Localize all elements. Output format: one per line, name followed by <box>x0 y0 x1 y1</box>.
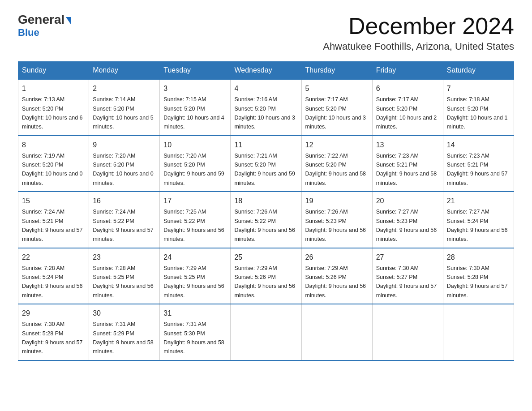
calendar-cell: 25Sunrise: 7:29 AMSunset: 5:26 PMDayligh… <box>231 248 301 304</box>
day-number: 30 <box>93 308 156 319</box>
calendar-cell: 10Sunrise: 7:20 AMSunset: 5:20 PMDayligh… <box>160 136 231 192</box>
day-number: 3 <box>163 83 227 94</box>
calendar-week-row: 22Sunrise: 7:28 AMSunset: 5:24 PMDayligh… <box>18 248 514 304</box>
day-info: Sunrise: 7:29 AMSunset: 5:25 PMDaylight:… <box>163 265 224 299</box>
calendar-week-row: 29Sunrise: 7:30 AMSunset: 5:28 PMDayligh… <box>18 304 514 360</box>
calendar-cell: 30Sunrise: 7:31 AMSunset: 5:29 PMDayligh… <box>89 304 160 360</box>
weekday-header-saturday: Saturday <box>443 62 514 80</box>
title-area: December 2024 Ahwatukee Foothills, Arizo… <box>323 13 514 52</box>
day-number: 23 <box>93 252 156 263</box>
day-info: Sunrise: 7:29 AMSunset: 5:26 PMDaylight:… <box>234 265 295 299</box>
calendar-cell: 12Sunrise: 7:22 AMSunset: 5:20 PMDayligh… <box>301 136 372 192</box>
calendar-cell: 2Sunrise: 7:14 AMSunset: 5:20 PMDaylight… <box>89 79 160 136</box>
weekday-header-wednesday: Wednesday <box>231 62 301 80</box>
calendar-cell: 21Sunrise: 7:27 AMSunset: 5:24 PMDayligh… <box>443 192 514 248</box>
day-info: Sunrise: 7:27 AMSunset: 5:24 PMDaylight:… <box>447 209 508 242</box>
day-info: Sunrise: 7:30 AMSunset: 5:27 PMDaylight:… <box>376 265 437 299</box>
day-info: Sunrise: 7:27 AMSunset: 5:23 PMDaylight:… <box>376 209 437 242</box>
weekday-header-tuesday: Tuesday <box>160 62 231 80</box>
calendar-cell <box>231 304 301 360</box>
day-number: 29 <box>22 308 85 319</box>
day-info: Sunrise: 7:23 AMSunset: 5:21 PMDaylight:… <box>447 153 508 186</box>
day-number: 22 <box>22 252 85 263</box>
day-info: Sunrise: 7:19 AMSunset: 5:20 PMDaylight:… <box>22 153 83 186</box>
calendar-cell: 20Sunrise: 7:27 AMSunset: 5:23 PMDayligh… <box>372 192 443 248</box>
location-title: Ahwatukee Foothills, Arizona, United Sta… <box>323 41 514 52</box>
calendar-cell: 18Sunrise: 7:26 AMSunset: 5:22 PMDayligh… <box>231 192 301 248</box>
day-info: Sunrise: 7:31 AMSunset: 5:30 PMDaylight:… <box>163 321 224 355</box>
calendar-cell <box>301 304 372 360</box>
logo-blue: Blue <box>18 27 39 39</box>
calendar-cell: 1Sunrise: 7:13 AMSunset: 5:20 PMDaylight… <box>18 79 89 136</box>
day-number: 20 <box>376 196 439 206</box>
calendar-cell <box>372 304 443 360</box>
day-number: 24 <box>163 252 227 263</box>
weekday-header-monday: Monday <box>89 62 160 80</box>
day-info: Sunrise: 7:25 AMSunset: 5:22 PMDaylight:… <box>163 209 224 242</box>
calendar-cell: 29Sunrise: 7:30 AMSunset: 5:28 PMDayligh… <box>18 304 89 360</box>
day-number: 27 <box>376 252 439 263</box>
calendar-cell: 17Sunrise: 7:25 AMSunset: 5:22 PMDayligh… <box>160 192 231 248</box>
day-number: 18 <box>234 196 297 206</box>
day-number: 7 <box>447 83 510 94</box>
calendar-cell: 13Sunrise: 7:23 AMSunset: 5:21 PMDayligh… <box>372 136 443 192</box>
day-number: 12 <box>305 140 369 150</box>
day-number: 14 <box>447 140 510 150</box>
day-info: Sunrise: 7:29 AMSunset: 5:26 PMDaylight:… <box>305 265 366 299</box>
day-info: Sunrise: 7:28 AMSunset: 5:24 PMDaylight:… <box>22 265 83 299</box>
calendar-table: SundayMondayTuesdayWednesdayThursdayFrid… <box>18 61 514 361</box>
day-info: Sunrise: 7:26 AMSunset: 5:22 PMDaylight:… <box>234 209 295 242</box>
weekday-header-row: SundayMondayTuesdayWednesdayThursdayFrid… <box>18 62 514 80</box>
day-info: Sunrise: 7:16 AMSunset: 5:20 PMDaylight:… <box>234 96 295 130</box>
day-number: 15 <box>22 196 85 206</box>
weekday-header-friday: Friday <box>372 62 443 80</box>
day-number: 2 <box>93 83 156 94</box>
calendar-cell: 7Sunrise: 7:18 AMSunset: 5:20 PMDaylight… <box>443 79 514 136</box>
day-info: Sunrise: 7:17 AMSunset: 5:20 PMDaylight:… <box>305 96 366 130</box>
day-info: Sunrise: 7:18 AMSunset: 5:20 PMDaylight:… <box>447 96 508 130</box>
day-info: Sunrise: 7:23 AMSunset: 5:21 PMDaylight:… <box>376 153 437 186</box>
day-info: Sunrise: 7:28 AMSunset: 5:25 PMDaylight:… <box>93 265 154 299</box>
day-number: 16 <box>93 196 156 206</box>
day-info: Sunrise: 7:30 AMSunset: 5:28 PMDaylight:… <box>447 265 508 299</box>
day-number: 13 <box>376 140 439 150</box>
day-info: Sunrise: 7:20 AMSunset: 5:20 PMDaylight:… <box>163 153 224 186</box>
calendar-cell: 26Sunrise: 7:29 AMSunset: 5:26 PMDayligh… <box>301 248 372 304</box>
logo: General Blue <box>18 13 71 39</box>
calendar-cell: 23Sunrise: 7:28 AMSunset: 5:25 PMDayligh… <box>89 248 160 304</box>
day-info: Sunrise: 7:24 AMSunset: 5:21 PMDaylight:… <box>22 209 83 242</box>
day-number: 19 <box>305 196 369 206</box>
day-info: Sunrise: 7:26 AMSunset: 5:23 PMDaylight:… <box>305 209 366 242</box>
day-info: Sunrise: 7:24 AMSunset: 5:22 PMDaylight:… <box>93 209 154 242</box>
calendar-week-row: 8Sunrise: 7:19 AMSunset: 5:20 PMDaylight… <box>18 136 514 192</box>
calendar-cell: 6Sunrise: 7:17 AMSunset: 5:20 PMDaylight… <box>372 79 443 136</box>
calendar-cell: 19Sunrise: 7:26 AMSunset: 5:23 PMDayligh… <box>301 192 372 248</box>
calendar-cell: 31Sunrise: 7:31 AMSunset: 5:30 PMDayligh… <box>160 304 231 360</box>
logo-text: General <box>18 13 71 26</box>
day-number: 10 <box>163 140 227 150</box>
calendar-cell: 9Sunrise: 7:20 AMSunset: 5:20 PMDaylight… <box>89 136 160 192</box>
month-title: December 2024 <box>323 13 514 39</box>
day-number: 8 <box>22 140 85 150</box>
calendar-cell: 24Sunrise: 7:29 AMSunset: 5:25 PMDayligh… <box>160 248 231 304</box>
day-info: Sunrise: 7:30 AMSunset: 5:28 PMDaylight:… <box>22 321 83 355</box>
day-info: Sunrise: 7:17 AMSunset: 5:20 PMDaylight:… <box>376 96 437 130</box>
calendar-cell: 22Sunrise: 7:28 AMSunset: 5:24 PMDayligh… <box>18 248 89 304</box>
calendar-cell: 5Sunrise: 7:17 AMSunset: 5:20 PMDaylight… <box>301 79 372 136</box>
calendar-cell: 4Sunrise: 7:16 AMSunset: 5:20 PMDaylight… <box>231 79 301 136</box>
calendar-cell: 8Sunrise: 7:19 AMSunset: 5:20 PMDaylight… <box>18 136 89 192</box>
day-info: Sunrise: 7:21 AMSunset: 5:20 PMDaylight:… <box>234 153 295 186</box>
day-number: 25 <box>234 252 297 263</box>
day-number: 11 <box>234 140 297 150</box>
day-number: 9 <box>93 140 156 150</box>
calendar-week-row: 1Sunrise: 7:13 AMSunset: 5:20 PMDaylight… <box>18 79 514 136</box>
calendar-week-row: 15Sunrise: 7:24 AMSunset: 5:21 PMDayligh… <box>18 192 514 248</box>
day-info: Sunrise: 7:22 AMSunset: 5:20 PMDaylight:… <box>305 153 366 186</box>
day-number: 6 <box>376 83 439 94</box>
calendar-cell: 14Sunrise: 7:23 AMSunset: 5:21 PMDayligh… <box>443 136 514 192</box>
calendar-cell: 15Sunrise: 7:24 AMSunset: 5:21 PMDayligh… <box>18 192 89 248</box>
calendar-cell: 11Sunrise: 7:21 AMSunset: 5:20 PMDayligh… <box>231 136 301 192</box>
calendar-cell: 28Sunrise: 7:30 AMSunset: 5:28 PMDayligh… <box>443 248 514 304</box>
day-number: 17 <box>163 196 227 206</box>
day-info: Sunrise: 7:15 AMSunset: 5:20 PMDaylight:… <box>163 96 224 130</box>
